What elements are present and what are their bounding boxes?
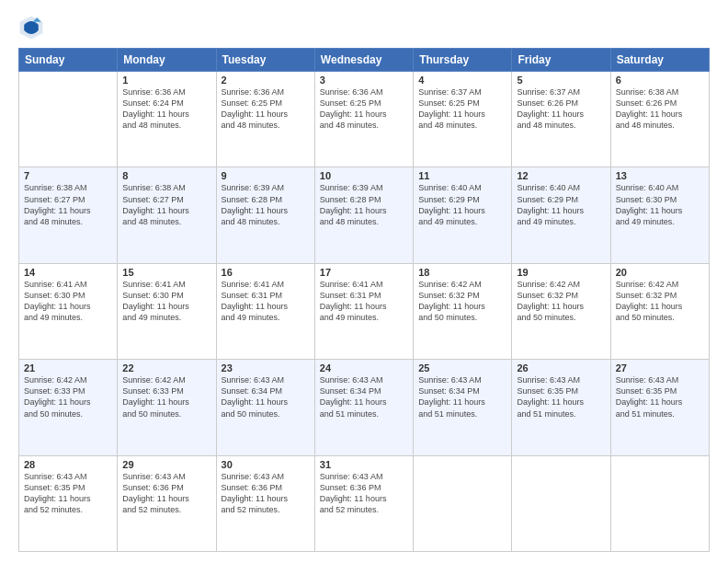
calendar-week-row: 14Sunrise: 6:41 AM Sunset: 6:30 PM Dayli… [19,263,710,359]
day-number: 12 [517,170,605,181]
day-info: Sunrise: 6:38 AM Sunset: 6:27 PM Dayligh… [24,182,112,227]
calendar-cell [414,455,512,551]
calendar-cell: 1Sunrise: 6:36 AM Sunset: 6:24 PM Daylig… [118,72,216,167]
day-info: Sunrise: 6:36 AM Sunset: 6:24 PM Dayligh… [122,86,210,132]
day-info: Sunrise: 6:40 AM Sunset: 6:30 PM Dayligh… [616,182,704,227]
day-info: Sunrise: 6:43 AM Sunset: 6:36 PM Dayligh… [320,471,408,516]
calendar-cell: 19Sunrise: 6:42 AM Sunset: 6:32 PM Dayli… [512,263,610,359]
day-info: Sunrise: 6:39 AM Sunset: 6:28 PM Dayligh… [320,182,408,227]
calendar-day-header: Wednesday [314,49,413,72]
day-number: 31 [320,459,408,470]
day-info: Sunrise: 6:43 AM Sunset: 6:35 PM Dayligh… [517,374,605,419]
calendar-cell: 29Sunrise: 6:43 AM Sunset: 6:36 PM Dayli… [118,455,216,551]
header [18,15,710,40]
day-info: Sunrise: 6:36 AM Sunset: 6:25 PM Dayligh… [320,86,408,132]
day-info: Sunrise: 6:43 AM Sunset: 6:36 PM Dayligh… [222,471,310,516]
day-info: Sunrise: 6:40 AM Sunset: 6:29 PM Dayligh… [517,182,605,227]
day-number: 1 [122,75,210,86]
day-number: 29 [122,459,210,470]
calendar-cell: 18Sunrise: 6:42 AM Sunset: 6:32 PM Dayli… [414,263,512,359]
calendar-cell [19,72,118,167]
calendar-cell: 5Sunrise: 6:37 AM Sunset: 6:26 PM Daylig… [512,72,610,167]
calendar-cell: 2Sunrise: 6:36 AM Sunset: 6:25 PM Daylig… [216,72,314,167]
logo [18,15,48,40]
calendar-day-header: Tuesday [216,49,314,72]
day-info: Sunrise: 6:37 AM Sunset: 6:26 PM Dayligh… [517,86,605,132]
calendar-cell: 14Sunrise: 6:41 AM Sunset: 6:30 PM Dayli… [19,263,118,359]
calendar-cell: 13Sunrise: 6:40 AM Sunset: 6:30 PM Dayli… [610,167,709,263]
day-info: Sunrise: 6:38 AM Sunset: 6:26 PM Dayligh… [616,86,704,132]
day-info: Sunrise: 6:41 AM Sunset: 6:30 PM Dayligh… [122,279,210,324]
day-number: 2 [222,75,310,86]
day-number: 20 [616,267,704,278]
calendar-cell: 7Sunrise: 6:38 AM Sunset: 6:27 PM Daylig… [19,167,118,263]
day-number: 5 [517,75,605,86]
calendar-cell: 24Sunrise: 6:43 AM Sunset: 6:34 PM Dayli… [314,360,413,455]
day-number: 24 [320,362,408,373]
calendar-cell: 16Sunrise: 6:41 AM Sunset: 6:31 PM Dayli… [216,263,314,359]
page: SundayMondayTuesdayWednesdayThursdayFrid… [0,0,728,563]
day-number: 6 [616,75,704,86]
day-number: 17 [320,267,408,278]
calendar-cell: 25Sunrise: 6:43 AM Sunset: 6:34 PM Dayli… [414,360,512,455]
day-info: Sunrise: 6:43 AM Sunset: 6:35 PM Dayligh… [24,471,112,516]
day-info: Sunrise: 6:43 AM Sunset: 6:34 PM Dayligh… [418,374,506,419]
day-info: Sunrise: 6:43 AM Sunset: 6:35 PM Dayligh… [616,374,704,419]
calendar-table: SundayMondayTuesdayWednesdayThursdayFrid… [18,48,710,552]
calendar-cell: 11Sunrise: 6:40 AM Sunset: 6:29 PM Dayli… [414,167,512,263]
calendar-cell: 8Sunrise: 6:38 AM Sunset: 6:27 PM Daylig… [118,167,216,263]
day-number: 13 [616,170,704,181]
day-info: Sunrise: 6:36 AM Sunset: 6:25 PM Dayligh… [222,86,310,132]
calendar-week-row: 7Sunrise: 6:38 AM Sunset: 6:27 PM Daylig… [19,167,710,263]
calendar-cell: 23Sunrise: 6:43 AM Sunset: 6:34 PM Dayli… [216,360,314,455]
day-number: 22 [122,362,210,373]
logo-icon [18,15,44,40]
calendar-cell: 3Sunrise: 6:36 AM Sunset: 6:25 PM Daylig… [314,72,413,167]
calendar-week-row: 28Sunrise: 6:43 AM Sunset: 6:35 PM Dayli… [19,455,710,551]
day-number: 14 [24,267,112,278]
day-info: Sunrise: 6:42 AM Sunset: 6:32 PM Dayligh… [616,279,704,324]
calendar-day-header: Friday [512,49,610,72]
day-info: Sunrise: 6:41 AM Sunset: 6:31 PM Dayligh… [320,279,408,324]
calendar-cell [610,455,709,551]
day-number: 9 [222,170,310,181]
calendar-day-header: Saturday [610,49,709,72]
day-number: 27 [616,362,704,373]
calendar-day-header: Monday [118,49,216,72]
day-number: 4 [418,75,506,86]
calendar-cell: 26Sunrise: 6:43 AM Sunset: 6:35 PM Dayli… [512,360,610,455]
calendar-cell: 30Sunrise: 6:43 AM Sunset: 6:36 PM Dayli… [216,455,314,551]
calendar-cell: 9Sunrise: 6:39 AM Sunset: 6:28 PM Daylig… [216,167,314,263]
calendar-cell: 20Sunrise: 6:42 AM Sunset: 6:32 PM Dayli… [610,263,709,359]
calendar-cell: 15Sunrise: 6:41 AM Sunset: 6:30 PM Dayli… [118,263,216,359]
calendar-cell: 22Sunrise: 6:42 AM Sunset: 6:33 PM Dayli… [118,360,216,455]
day-info: Sunrise: 6:42 AM Sunset: 6:33 PM Dayligh… [24,374,112,419]
calendar-day-header: Thursday [414,49,512,72]
day-number: 28 [24,459,112,470]
calendar-cell: 4Sunrise: 6:37 AM Sunset: 6:25 PM Daylig… [414,72,512,167]
day-number: 16 [222,267,310,278]
calendar-cell: 28Sunrise: 6:43 AM Sunset: 6:35 PM Dayli… [19,455,118,551]
day-number: 3 [320,75,408,86]
calendar-cell [512,455,610,551]
day-info: Sunrise: 6:37 AM Sunset: 6:25 PM Dayligh… [418,86,506,132]
calendar-cell: 31Sunrise: 6:43 AM Sunset: 6:36 PM Dayli… [314,455,413,551]
day-number: 11 [418,170,506,181]
calendar-week-row: 21Sunrise: 6:42 AM Sunset: 6:33 PM Dayli… [19,360,710,455]
day-number: 7 [24,170,112,181]
day-number: 25 [418,362,506,373]
day-info: Sunrise: 6:42 AM Sunset: 6:32 PM Dayligh… [418,279,506,324]
day-info: Sunrise: 6:41 AM Sunset: 6:30 PM Dayligh… [24,279,112,324]
day-number: 19 [517,267,605,278]
day-number: 26 [517,362,605,373]
calendar-week-row: 1Sunrise: 6:36 AM Sunset: 6:24 PM Daylig… [19,72,710,167]
day-info: Sunrise: 6:40 AM Sunset: 6:29 PM Dayligh… [418,182,506,227]
day-info: Sunrise: 6:43 AM Sunset: 6:34 PM Dayligh… [222,374,310,419]
calendar-cell: 17Sunrise: 6:41 AM Sunset: 6:31 PM Dayli… [314,263,413,359]
calendar-header-row: SundayMondayTuesdayWednesdayThursdayFrid… [19,49,710,72]
day-info: Sunrise: 6:41 AM Sunset: 6:31 PM Dayligh… [222,279,310,324]
day-number: 8 [122,170,210,181]
day-number: 21 [24,362,112,373]
day-info: Sunrise: 6:42 AM Sunset: 6:33 PM Dayligh… [122,374,210,419]
calendar-cell: 6Sunrise: 6:38 AM Sunset: 6:26 PM Daylig… [610,72,709,167]
